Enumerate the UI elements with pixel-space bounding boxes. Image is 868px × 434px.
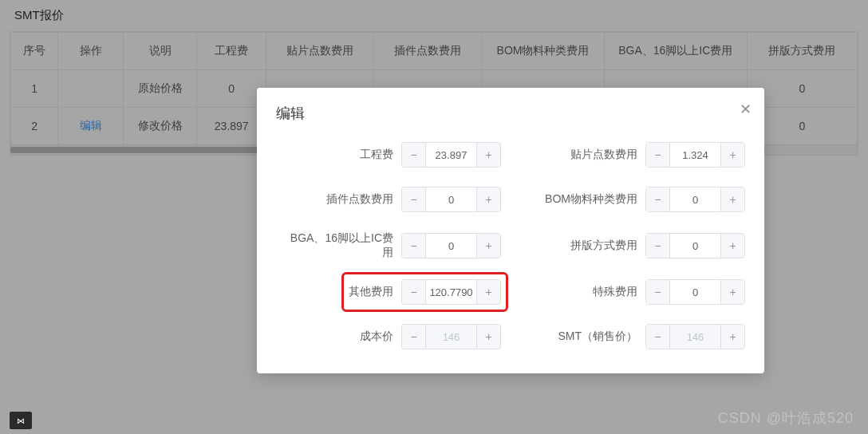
label-other: 其他费用 [349, 285, 393, 299]
decrease-button[interactable]: − [646, 143, 670, 167]
field-eng: 工程费 − + [276, 142, 501, 168]
decrease-button[interactable]: − [402, 143, 426, 167]
increase-button[interactable]: + [720, 143, 744, 167]
label-smt: SMT（销售价） [534, 329, 637, 344]
dialog-title: 编辑 [276, 104, 745, 123]
number-input[interactable] [426, 280, 476, 304]
number-input[interactable] [670, 280, 720, 304]
vs-icon: ⋈ [10, 412, 32, 429]
decrease-button: − [646, 325, 670, 349]
field-bom: BOM物料种类费用 − + [520, 187, 745, 212]
edit-dialog: 编辑 ✕ 工程费 − + 贴片点数费用 − + 插件点数费用 − + [257, 88, 764, 373]
field-special: 特殊费用 − + [520, 279, 745, 305]
decrease-button[interactable]: − [402, 187, 426, 211]
label-tiepian: 贴片点数费用 [534, 148, 637, 162]
decrease-button[interactable]: − [646, 187, 670, 211]
field-chajian: 插件点数费用 − + [276, 187, 501, 212]
input-cost: − + [401, 324, 501, 349]
field-tiepian: 贴片点数费用 − + [520, 142, 745, 168]
number-input[interactable] [670, 143, 720, 167]
number-input[interactable] [670, 187, 720, 211]
decrease-button[interactable]: − [402, 234, 426, 258]
number-input [426, 325, 476, 349]
input-chajian[interactable]: − + [401, 187, 501, 212]
decrease-button[interactable]: − [646, 280, 670, 304]
field-cost: 成本价 − + [276, 324, 501, 349]
field-other: 其他费用 − + [276, 279, 501, 305]
input-eng[interactable]: − + [401, 142, 501, 168]
decrease-button[interactable]: − [646, 234, 670, 258]
number-input [670, 325, 720, 349]
increase-button[interactable]: + [476, 234, 500, 258]
decrease-button: − [402, 325, 426, 349]
field-bga: BGA、16脚以上IC费用 − + [276, 231, 501, 260]
number-input[interactable] [670, 234, 720, 258]
input-smt: − + [645, 324, 745, 349]
number-input[interactable] [426, 143, 476, 167]
input-special[interactable]: − + [645, 279, 745, 305]
input-bga[interactable]: − + [401, 233, 501, 258]
field-smt: SMT（销售价） − + [520, 324, 745, 349]
number-input[interactable] [426, 187, 476, 211]
decrease-button[interactable]: − [402, 280, 426, 304]
number-input[interactable] [426, 234, 476, 258]
input-bom[interactable]: − + [645, 187, 745, 212]
label-cost: 成本价 [290, 329, 393, 344]
close-icon[interactable]: ✕ [740, 101, 752, 118]
input-other[interactable]: − + [401, 279, 501, 305]
field-pinban: 拼版方式费用 − + [520, 231, 745, 260]
label-bga: BGA、16脚以上IC费用 [290, 231, 393, 260]
increase-button: + [476, 325, 500, 349]
watermark: CSDN @叶浩成520 [718, 408, 854, 428]
increase-button[interactable]: + [476, 280, 500, 304]
increase-button[interactable]: + [476, 187, 500, 211]
input-tiepian[interactable]: − + [645, 142, 745, 168]
increase-button[interactable]: + [720, 280, 744, 304]
label-eng: 工程费 [290, 148, 393, 162]
label-special: 特殊费用 [534, 285, 637, 299]
increase-button[interactable]: + [720, 187, 744, 211]
label-bom: BOM物料种类费用 [534, 192, 637, 207]
increase-button: + [720, 325, 744, 349]
label-chajian: 插件点数费用 [290, 192, 393, 207]
input-pinban[interactable]: − + [645, 233, 745, 258]
increase-button[interactable]: + [720, 234, 744, 258]
label-pinban: 拼版方式费用 [534, 239, 637, 253]
increase-button[interactable]: + [476, 143, 500, 167]
